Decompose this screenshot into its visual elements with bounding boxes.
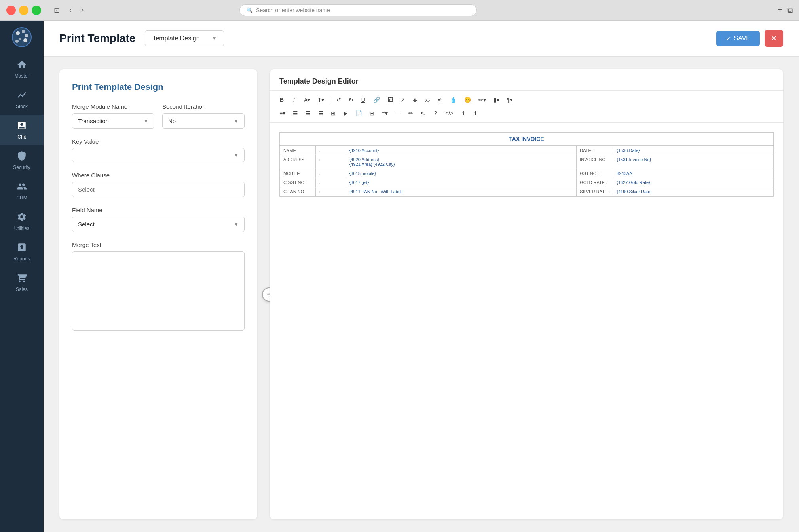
paragraph-btn[interactable]: ¶▾ bbox=[504, 95, 516, 105]
right-panel: Template Design Editor B I A▾ T▾ ↺ ↻ U bbox=[270, 69, 783, 519]
highlight-btn[interactable]: 💧 bbox=[447, 95, 460, 105]
cgst-value: {3017.gst} bbox=[346, 178, 577, 187]
back-btn[interactable]: ‹ bbox=[66, 4, 75, 16]
search-icon: 🔍 bbox=[246, 7, 253, 13]
field-name-dropdown[interactable]: Select ▼ bbox=[72, 217, 245, 232]
superscript-btn[interactable]: x² bbox=[435, 95, 446, 105]
bold-btn[interactable]: B bbox=[276, 95, 287, 105]
toolbar-row-2: ≡▾ ☰ ☰ ☰ ⊞ ▶ 📄 ⊞ ❝▾ — ✏ ↖ ? bbox=[276, 108, 777, 118]
close-traffic-light[interactable] bbox=[6, 6, 16, 15]
undo-btn[interactable]: ↺ bbox=[333, 95, 344, 105]
template-type-dropdown[interactable]: Template Design ▼ bbox=[145, 30, 224, 46]
subscript-btn[interactable]: x₂ bbox=[422, 95, 433, 105]
second-iteration-chevron: ▼ bbox=[234, 118, 239, 124]
close-button[interactable]: ✕ bbox=[765, 30, 783, 47]
table-btn[interactable]: ⊞ bbox=[366, 108, 378, 118]
image-btn[interactable]: 🖼 bbox=[384, 95, 396, 105]
field-name-label: Field Name bbox=[72, 207, 245, 213]
cpan-value: {4911.PAN No - With Label} bbox=[346, 187, 577, 196]
reports-icon bbox=[17, 242, 27, 254]
where-clause-input[interactable] bbox=[72, 182, 245, 197]
field-name-chevron: ▼ bbox=[234, 222, 239, 227]
page-break-btn[interactable]: 📄 bbox=[352, 108, 365, 118]
sidebar-item-chit-label: Chit bbox=[17, 134, 26, 140]
maximize-traffic-light[interactable] bbox=[32, 6, 41, 15]
new-tab-btn[interactable]: + bbox=[778, 6, 782, 15]
date-value: {1536.Date} bbox=[613, 146, 773, 155]
address-bar[interactable]: 🔍 Search or enter website name bbox=[239, 4, 477, 16]
table-insert-btn[interactable]: ⊞ bbox=[328, 108, 339, 118]
utilities-icon bbox=[17, 212, 27, 223]
app-logo bbox=[11, 27, 32, 48]
cpan-sep: : bbox=[316, 187, 346, 196]
blockquote-btn[interactable]: ❝▾ bbox=[379, 108, 391, 118]
font-size-btn[interactable]: T▾ bbox=[315, 95, 327, 105]
traffic-lights bbox=[6, 6, 41, 15]
redo-btn[interactable]: ↻ bbox=[345, 95, 357, 105]
top-form-row: Merge Module Name Transaction ▼ Second I… bbox=[72, 103, 245, 129]
info2-btn[interactable]: ℹ bbox=[470, 108, 481, 118]
invoice-no-label: INVOICE NO : bbox=[577, 155, 613, 169]
key-value-label: Key Value bbox=[72, 138, 245, 145]
link-btn[interactable]: 🔗 bbox=[370, 95, 383, 105]
chart-icon bbox=[17, 90, 27, 101]
second-iteration-group: Second Iteration No ▼ bbox=[162, 103, 245, 129]
hr-btn[interactable]: — bbox=[392, 108, 404, 118]
sidebar-item-crm[interactable]: CRM bbox=[0, 176, 44, 206]
minimize-traffic-light[interactable] bbox=[19, 6, 28, 15]
pencil-btn[interactable]: ✏ bbox=[405, 108, 416, 118]
ordered-list-btn[interactable]: ☰ bbox=[290, 108, 301, 118]
unordered-list-btn[interactable]: ☰ bbox=[302, 108, 314, 118]
sidebar-item-master[interactable]: Master bbox=[0, 54, 44, 84]
where-clause-group: Where Clause bbox=[72, 172, 245, 197]
editor-content[interactable]: TAX INVOICE NAME : {4910.Account} DATE :… bbox=[270, 123, 783, 519]
sales-icon bbox=[17, 273, 27, 284]
date-label: DATE : bbox=[577, 146, 613, 155]
align-btn[interactable]: ≡▾ bbox=[276, 108, 288, 118]
sidebar-item-sales[interactable]: Sales bbox=[0, 267, 44, 298]
save-button[interactable]: ✓ SAVE bbox=[716, 31, 760, 46]
video-btn[interactable]: ▶ bbox=[340, 108, 351, 118]
table-row: C.PAN NO : {4911.PAN No - With Label} SI… bbox=[280, 187, 773, 196]
sidebar-item-stock-label: Stock bbox=[16, 104, 28, 109]
outdent-btn[interactable]: ☰ bbox=[315, 108, 326, 118]
sidebar-item-utilities[interactable]: Utilities bbox=[0, 206, 44, 237]
underline-btn[interactable]: U bbox=[358, 95, 369, 105]
silver-rate-value: {4190.Silver Rate} bbox=[613, 187, 773, 196]
table-row: MOBILE : {3015.mobile} GST NO : 8943AA bbox=[280, 169, 773, 178]
forward-btn[interactable]: › bbox=[78, 4, 87, 16]
tabs-btn[interactable]: ⧉ bbox=[787, 6, 793, 15]
emoji-btn[interactable]: 😊 bbox=[461, 95, 474, 105]
bg-color-btn[interactable]: ▮▾ bbox=[490, 95, 503, 105]
merge-text-textarea[interactable] bbox=[72, 251, 245, 331]
chevron-down-icon: ▼ bbox=[212, 36, 217, 41]
sidebar-item-chit[interactable]: Chit bbox=[0, 115, 44, 145]
sidebar-item-security-label: Security bbox=[13, 165, 30, 170]
invoice-table: NAME : {4910.Account} DATE : {1536.Date}… bbox=[280, 146, 773, 196]
sidebar-item-stock[interactable]: Stock bbox=[0, 84, 44, 115]
sidebar-item-security[interactable]: Security bbox=[0, 145, 44, 176]
key-value-dropdown[interactable]: ▼ bbox=[72, 148, 245, 162]
pen-color-btn[interactable]: ✏▾ bbox=[475, 95, 489, 105]
svg-point-6 bbox=[15, 40, 19, 43]
italic-btn[interactable]: I bbox=[288, 95, 300, 105]
app-container: Master Stock Chit Security CRM bbox=[0, 21, 799, 532]
name-sep: : bbox=[316, 146, 346, 155]
cgst-label: C.GST NO bbox=[280, 178, 316, 187]
second-iteration-dropdown[interactable]: No ▼ bbox=[162, 113, 245, 129]
code-btn[interactable]: </> bbox=[442, 108, 456, 118]
sidebar-toggle-btn[interactable]: ⊡ bbox=[51, 4, 63, 16]
cursor-btn[interactable]: ↖ bbox=[418, 108, 429, 118]
info-btn[interactable]: ℹ bbox=[457, 108, 469, 118]
merge-module-dropdown[interactable]: Transaction ▼ bbox=[72, 113, 154, 129]
merge-module-value: Transaction bbox=[78, 118, 109, 124]
font-color-btn[interactable]: A▾ bbox=[301, 95, 313, 105]
table-row: NAME : {4910.Account} DATE : {1536.Date} bbox=[280, 146, 773, 155]
strikethrough-btn[interactable]: S̶ bbox=[410, 95, 421, 105]
sidebar-item-reports[interactable]: Reports bbox=[0, 237, 44, 267]
help-btn[interactable]: ? bbox=[430, 108, 441, 118]
resize-btn[interactable]: ↗ bbox=[397, 95, 408, 105]
merge-module-group: Merge Module Name Transaction ▼ bbox=[72, 103, 154, 129]
merge-module-chevron: ▼ bbox=[144, 118, 148, 124]
content-area: Print Template Template Design ▼ ✓ SAVE … bbox=[44, 21, 799, 532]
